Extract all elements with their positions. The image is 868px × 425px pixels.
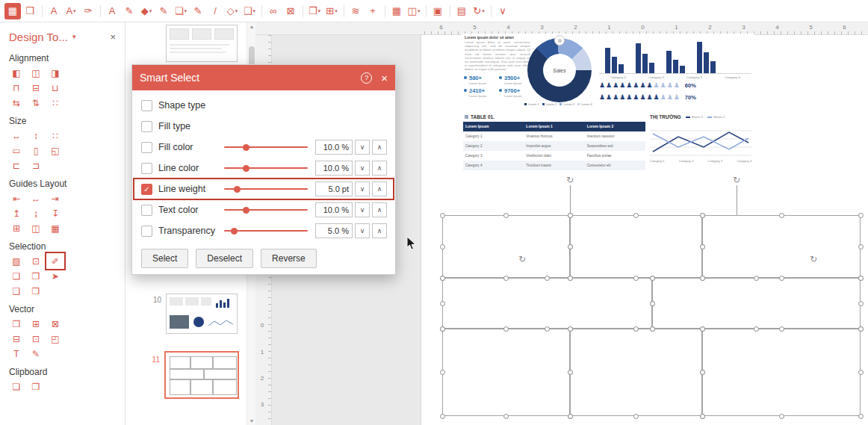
spin-up-button[interactable] — [372, 202, 387, 217]
template-preview[interactable]: Lorem ipsum dolor sit amet Lorem ipsum d… — [462, 34, 754, 174]
notes-icon[interactable]: ▤ — [453, 3, 470, 19]
selection-handle[interactable] — [858, 276, 864, 281]
transparency-value[interactable]: 5.0 % — [315, 223, 353, 238]
scroll-down-icon[interactable]: ▼ — [247, 418, 256, 424]
rotate-handle-icon[interactable] — [731, 175, 742, 185]
selection-handle[interactable] — [700, 276, 705, 281]
line-color-checkbox[interactable] — [141, 163, 152, 174]
selection-handle[interactable] — [700, 414, 705, 419]
selection-handle[interactable] — [650, 326, 655, 332]
selection-handle[interactable] — [858, 213, 864, 218]
stretch-width-icon[interactable]: ▭ — [9, 144, 24, 157]
text-color-icon[interactable]: A — [104, 3, 120, 19]
selection-handle[interactable] — [568, 326, 573, 332]
close-icon[interactable] — [381, 72, 388, 84]
selection-handle[interactable] — [503, 326, 509, 332]
toolbar-separator[interactable] — [491, 5, 492, 17]
selection-handle[interactable] — [700, 244, 705, 249]
spin-down-button[interactable] — [355, 182, 370, 196]
chevron-down-icon[interactable] — [72, 33, 76, 40]
fill-color-value[interactable]: 10.0 % — [315, 140, 353, 155]
align-top-icon[interactable]: ⊓ — [9, 81, 24, 94]
guide-right-icon[interactable]: ⇥ — [48, 192, 63, 205]
select-back-icon[interactable]: ❐ — [28, 270, 43, 282]
selection-handle[interactable] — [858, 244, 864, 249]
toolbar-separator[interactable] — [344, 5, 344, 17]
selection-handle[interactable] — [633, 414, 639, 419]
transparency-slider[interactable] — [224, 230, 308, 232]
vector-edit-icon[interactable]: ✎ — [28, 347, 43, 360]
fill-color-checkbox[interactable] — [141, 142, 152, 153]
spin-up-button[interactable] — [372, 182, 387, 196]
align-bottom-icon[interactable]: ⊔ — [48, 81, 63, 94]
selection-handle[interactable] — [700, 370, 705, 375]
same-width-icon[interactable]: ↔ — [9, 129, 24, 142]
selection-handle[interactable] — [650, 276, 655, 281]
spin-down-button[interactable] — [355, 223, 370, 238]
deselect-button[interactable]: Deselect — [196, 249, 253, 268]
placeholder-shape[interactable] — [702, 215, 861, 278]
selection-handle[interactable] — [633, 213, 639, 218]
selection-handle[interactable] — [568, 213, 573, 218]
line-edit-icon[interactable]: ✎ — [190, 3, 206, 19]
align-to-slide-icon[interactable]: ∷ — [48, 96, 63, 109]
smart-table-icon[interactable]: ▦ — [4, 3, 21, 19]
select-button[interactable]: Select — [141, 249, 188, 268]
toolbar-separator[interactable] — [100, 5, 101, 17]
line-color-slider[interactable] — [224, 167, 308, 169]
line-color-icon[interactable]: ❏ — [173, 3, 189, 19]
fill-edit-icon[interactable]: ✎ — [155, 3, 172, 19]
paste-special-icon[interactable]: ❐ — [28, 380, 43, 393]
guide-columns-icon[interactable]: ◫ — [28, 222, 43, 235]
placeholder-shape[interactable] — [570, 329, 702, 416]
refresh-icon[interactable]: ↻ — [471, 3, 487, 19]
scroll-up-icon[interactable]: ▲ — [247, 24, 256, 29]
stretch-height-icon[interactable]: ▯ — [28, 144, 43, 157]
guide-grid-icon[interactable]: ⊞ — [9, 222, 24, 235]
selection-handle[interactable] — [440, 301, 445, 306]
layers-icon[interactable]: ≋ — [347, 3, 364, 19]
selection-handle[interactable] — [754, 326, 759, 332]
bucket-fill-icon[interactable]: ◇ — [224, 3, 241, 19]
rotate-handle-icon[interactable] — [517, 254, 527, 264]
save-template-icon[interactable]: ▣ — [430, 3, 446, 19]
vector-fragment-icon[interactable]: ⊡ — [28, 332, 43, 345]
selection-handle[interactable] — [440, 370, 445, 375]
line-weight-value[interactable]: 5.0 pt — [315, 182, 353, 196]
panel-close-icon[interactable] — [110, 31, 116, 43]
selection-handle[interactable] — [858, 370, 864, 375]
fill-color-icon[interactable]: ◆ — [138, 3, 155, 19]
selection-handle[interactable] — [633, 276, 639, 281]
selection-handle[interactable] — [568, 414, 573, 419]
guide-center-icon[interactable]: ↔ — [28, 192, 43, 205]
spin-down-button[interactable] — [355, 140, 370, 155]
selection-handle[interactable] — [503, 276, 509, 281]
vector-combine-icon[interactable]: ⊞ — [28, 317, 43, 330]
guide-top-icon[interactable]: ↥ — [9, 207, 24, 220]
selection-handle[interactable] — [545, 326, 550, 332]
selection-handle[interactable] — [700, 213, 705, 218]
align-right-icon[interactable]: ◨ — [48, 66, 63, 79]
table-style-icon[interactable]: ◫ — [406, 3, 422, 19]
selection-handle[interactable] — [858, 414, 864, 419]
vector-outline-icon[interactable]: ◰ — [48, 332, 63, 345]
cursor-select-icon[interactable]: ➤ — [48, 270, 63, 282]
toolbar-separator[interactable] — [42, 5, 43, 17]
select-front-icon[interactable]: ❏ — [9, 270, 24, 282]
selection-handle[interactable] — [779, 276, 784, 281]
vector-text-icon[interactable]: T — [9, 347, 24, 360]
toolbar-separator[interactable] — [426, 5, 427, 17]
placeholder-shape[interactable] — [442, 278, 652, 329]
guide-left-icon[interactable]: ⇤ — [9, 192, 24, 205]
toolbar-separator[interactable] — [303, 5, 303, 17]
reverse-button[interactable]: Reverse — [261, 249, 317, 268]
text-color-edit-icon[interactable]: ✎ — [121, 3, 137, 19]
spin-down-button[interactable] — [355, 202, 370, 217]
spin-up-button[interactable] — [372, 223, 387, 238]
spin-up-button[interactable] — [372, 161, 387, 176]
add-placeholder-icon[interactable]: + — [365, 3, 381, 19]
selection-handle[interactable] — [858, 326, 864, 332]
selection-handle[interactable] — [779, 326, 784, 332]
fit-size-icon[interactable]: ◱ — [48, 144, 63, 157]
vector-intersect-icon[interactable]: ⊠ — [48, 317, 63, 330]
